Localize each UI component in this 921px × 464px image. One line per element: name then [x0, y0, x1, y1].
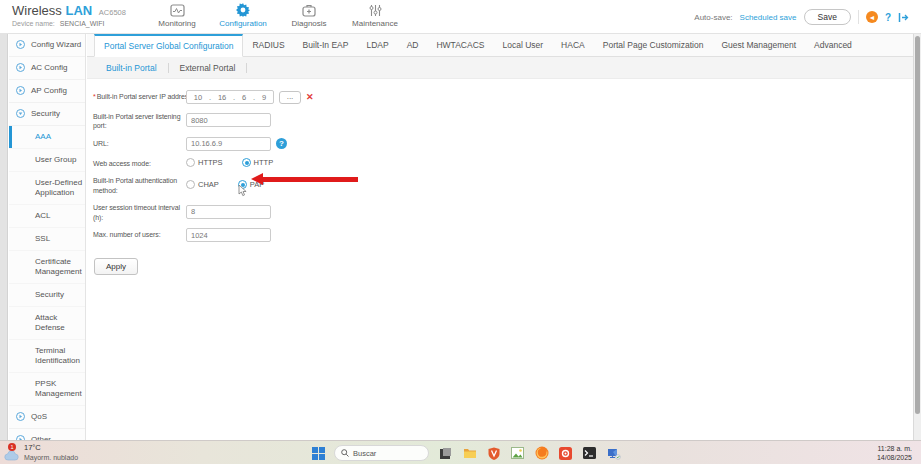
tab-ad[interactable]: AD — [398, 34, 428, 56]
sidebar-item-other-services[interactable]: Other Services — [9, 429, 85, 440]
sidebar-item-certificate-management[interactable]: Certificate Management — [9, 251, 85, 284]
sidebar-item-config-wizard[interactable]: Config Wizard — [9, 34, 85, 57]
max-users-label: Max. number of users: — [93, 228, 185, 242]
ip-address-label: Built-in Portal server IP address: — [97, 93, 194, 100]
form-row-ip: *Built-in Portal server IP address: 10.1… — [93, 90, 913, 104]
tab-built-in-eap[interactable]: Built-In EAP — [294, 34, 358, 56]
main-nav: Monitoring Configuration Diagnosis Maint… — [144, 2, 408, 28]
expand-icon — [16, 412, 25, 424]
remote-desktop-icon[interactable] — [606, 446, 621, 461]
page-scrollbar[interactable] — [913, 34, 921, 440]
logout-icon[interactable] — [898, 12, 909, 23]
tab-hwtacacs[interactable]: HWTACACS — [427, 34, 493, 56]
sidebar-item-aaa[interactable]: AAA — [9, 126, 85, 149]
expand-icon — [16, 86, 25, 98]
brand-lan: LAN — [65, 3, 92, 18]
tab-local-user[interactable]: Local User — [493, 34, 552, 56]
apply-button[interactable]: Apply — [94, 258, 138, 275]
sidebar-item-acl[interactable]: ACL — [9, 205, 85, 228]
sidebar-item-ssl[interactable]: SSL — [9, 228, 85, 251]
required-mark: * — [93, 93, 96, 100]
form-row-url: URL: ? — [93, 137, 913, 151]
screen: Wireless LAN AC6508 Device name: SENCIA_… — [0, 0, 921, 464]
ip-browse-button[interactable]: ... — [279, 91, 301, 104]
tab-haca[interactable]: HACA — [552, 34, 594, 56]
clock-date: 14/08/2025 — [877, 453, 912, 462]
radio-chap-circle[interactable] — [186, 180, 195, 189]
tab-ldap[interactable]: LDAP — [357, 34, 397, 56]
sidebar-item-security-sub[interactable]: Security — [9, 284, 85, 307]
windows-taskbar: 1 17°C Mayorm. nublado Buscar — [0, 440, 921, 464]
autosave-label: Auto-save: — [694, 13, 732, 22]
web-access-mode-label: Web access mode: — [93, 157, 185, 168]
url-help-icon[interactable]: ? — [276, 138, 287, 149]
collapsed-panel-strip[interactable] — [0, 34, 8, 440]
tab-portal-server-global-configuration[interactable]: Portal Server Global Configuration — [94, 34, 243, 57]
taskbar-clock[interactable]: 11:28 a. m. 14/08/2025 — [877, 444, 912, 463]
tab-portal-page-customization[interactable]: Portal Page Customization — [594, 34, 713, 56]
tab-bar: Portal Server Global Configuration RADIU… — [87, 34, 913, 57]
windows-start-icon[interactable] — [312, 447, 325, 460]
radio-pap-circle[interactable] — [238, 180, 247, 189]
firefox-icon[interactable] — [534, 446, 549, 461]
nav-maintenance[interactable]: Maintenance — [342, 2, 408, 28]
sidebar-item-ap-config[interactable]: AP Config — [9, 80, 85, 103]
url-label: URL: — [93, 137, 185, 151]
radio-chap[interactable]: CHAP — [186, 180, 219, 189]
sidebar-item-attack-defense[interactable]: Attack Defense — [9, 307, 85, 340]
sidebar-item-ac-config[interactable]: AC Config — [9, 57, 85, 80]
tab-guest-management[interactable]: Guest Management — [712, 34, 805, 56]
radio-https[interactable]: HTTPS — [186, 158, 223, 167]
maintenance-sliders-icon — [342, 2, 408, 18]
weather-widget[interactable]: 1 17°C Mayorm. nublado — [4, 443, 78, 462]
monitoring-icon — [144, 2, 210, 18]
app-window-icon[interactable] — [438, 446, 453, 461]
sidebar-item-qos[interactable]: QoS — [9, 406, 85, 429]
sidebar-item-user-defined-application[interactable]: User-Defined Application — [9, 172, 85, 205]
terminal-icon[interactable] — [582, 446, 597, 461]
subtab-built-in-portal[interactable]: Built-in Portal — [95, 63, 169, 73]
photos-icon[interactable] — [510, 446, 525, 461]
nav-diagnosis[interactable]: Diagnosis — [276, 2, 342, 28]
brand-model: AC6508 — [99, 8, 126, 17]
ip-address-input[interactable]: 10.16.6.9 — [186, 90, 274, 104]
sidebar-item-terminal-identification[interactable]: Terminal Identification — [9, 340, 85, 373]
radio-http[interactable]: HTTP — [242, 158, 274, 167]
divider — [858, 10, 859, 24]
save-button[interactable]: Save — [804, 9, 851, 25]
nav-monitoring[interactable]: Monitoring — [144, 2, 210, 28]
sidebar-item-security[interactable]: Security — [9, 103, 85, 126]
autosave-scheduled-link[interactable]: Scheduled save — [740, 13, 797, 22]
radio-https-circle[interactable] — [186, 158, 195, 167]
screen-recorder-icon[interactable] — [558, 446, 573, 461]
brand-wireless: Wireless — [12, 3, 62, 18]
nav-configuration[interactable]: Configuration — [210, 2, 276, 28]
app-header: Wireless LAN AC6508 Device name: SENCIA_… — [0, 0, 921, 34]
file-explorer-icon[interactable] — [462, 446, 477, 461]
taskbar-search-input[interactable]: Buscar — [334, 445, 429, 461]
scrollbar-thumb[interactable] — [915, 36, 920, 414]
tab-advanced[interactable]: Advanced — [805, 34, 861, 56]
search-icon — [341, 449, 349, 457]
device-name-label: Device name: — [12, 20, 55, 27]
tab-radius[interactable]: RADIUS — [243, 34, 293, 56]
subtab-external-portal[interactable]: External Portal — [169, 63, 248, 73]
sidebar-item-ppsk-management[interactable]: PPSK Management — [9, 373, 85, 406]
expand-icon — [16, 40, 25, 52]
brand: Wireless LAN AC6508 Device name: SENCIA_… — [12, 4, 126, 28]
security-shield-icon[interactable] — [486, 446, 501, 461]
collapse-icon — [16, 109, 25, 121]
radio-pap[interactable]: PAP — [238, 180, 264, 189]
ip-delete-icon[interactable]: ✕ — [306, 92, 314, 102]
listening-port-label: Built-in Portal server listening port: — [93, 110, 185, 131]
sidebar-item-user-group[interactable]: User Group — [9, 149, 85, 172]
max-users-input[interactable] — [186, 228, 271, 242]
radio-http-circle[interactable] — [242, 158, 251, 167]
alert-icon[interactable]: ◄ — [866, 11, 878, 23]
url-input[interactable] — [186, 137, 271, 151]
help-icon[interactable]: ? — [885, 12, 891, 23]
timeout-input[interactable] — [186, 205, 271, 219]
listening-port-input[interactable] — [186, 113, 271, 127]
sidebar: Config Wizard AC Config AP Config Securi… — [9, 34, 86, 440]
configuration-gear-icon — [210, 2, 276, 18]
